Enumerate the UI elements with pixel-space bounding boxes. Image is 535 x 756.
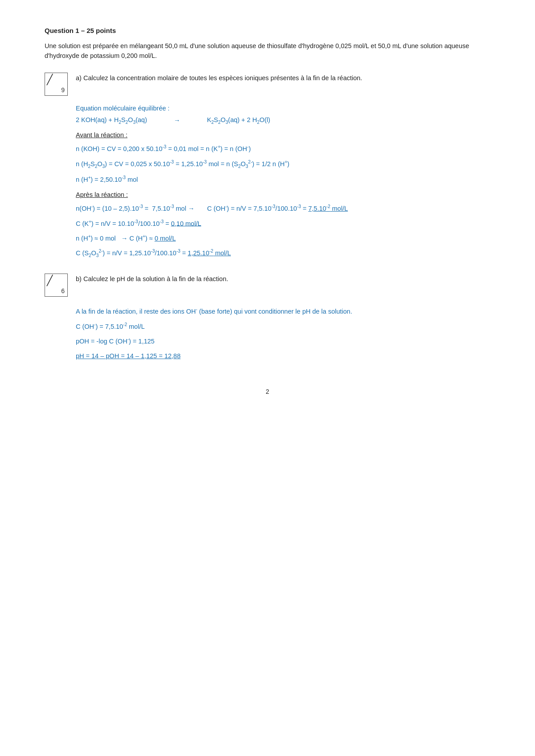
avant-line-3: n (H+) = 2,50.10-3 mol	[76, 174, 490, 185]
avant-label: Avant la réaction :	[76, 131, 490, 139]
apres-label: Après la réaction :	[76, 191, 490, 198]
score-box-a: ╱ 9	[45, 73, 68, 96]
score-b: 6	[61, 287, 65, 294]
part-a-question: a) Calculez la concentration molaire de …	[76, 72, 362, 83]
part-b-line-1: A la fin de la réaction, il reste des io…	[76, 306, 490, 317]
equation-arrow: →	[174, 117, 181, 124]
equation-left: 2 KOH(aq) + H2S2O3(aq)	[76, 116, 147, 125]
score-a: 9	[61, 86, 65, 94]
avant-line-2: n (H2S2O3) = CV = 0,025 x 50.10-3 = 1,25…	[76, 158, 490, 170]
part-b-line-4: pH = 14 – pOH = 14 – 1,125 = 12,88	[76, 351, 490, 362]
part-b-question: b) Calculez le pH de la solution à la fi…	[76, 273, 228, 284]
equation-label: Equation moléculaire équilibrée :	[76, 105, 490, 112]
apres-line-3: n (H+) ≈ 0 mol → C (H+) ≈ 0 mol/L	[76, 233, 490, 244]
question-title: Question 1 – 25 points	[45, 27, 490, 34]
slash-icon-a: ╱	[47, 74, 53, 86]
apres-line-1: n(OH-) = (10 – 2,5).10-3 = 7,5.10-3 mol …	[76, 203, 490, 214]
balanced-equation: 2 KOH(aq) + H2S2O3(aq) → K2S2O3(aq) + 2 …	[76, 116, 490, 125]
score-box-b: ╱ 6	[45, 274, 68, 297]
apres-line-4: C (S2O32-) = n/V = 1,25.10-3/100.10-3 = …	[76, 247, 490, 259]
page-number: 2	[45, 388, 490, 395]
avant-line-1: n (KOH) = CV = 0,200 x 50.10-3 = 0,01 mo…	[76, 143, 490, 154]
part-b-line-3: pOH = -log C (OH-) = 1,125	[76, 335, 490, 347]
apres-line-2: C (K+) = n/V = 10.10-3/100.10-3 = 0,10 m…	[76, 218, 490, 229]
equation-right: K2S2O3(aq) + 2 H2O(l)	[207, 116, 270, 125]
part-b-line-2: C (OH-) = 7,5.10-2 mol/L	[76, 321, 490, 332]
slash-icon-b: ╱	[47, 275, 53, 286]
intro-text: Une solution est préparée en mélangeant …	[45, 41, 490, 61]
